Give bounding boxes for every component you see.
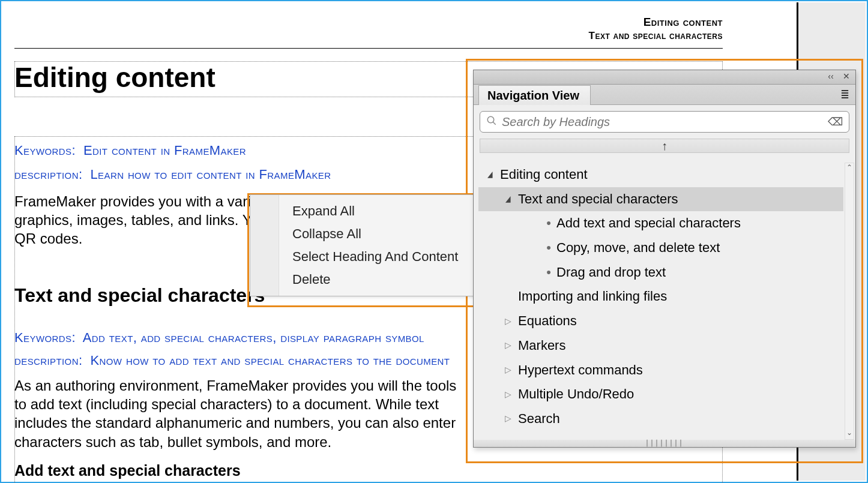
tree-label: Drag and drop text	[556, 260, 666, 285]
navigate-up-button[interactable]: ↑	[480, 139, 849, 153]
panel-collapse-icon[interactable]: ‹‹	[824, 71, 837, 82]
tree-label: Add text and special characters	[556, 211, 741, 236]
description-2-value: Know how to add text and special charact…	[90, 353, 450, 368]
tree-item-drag-drop[interactable]: Drag and drop text	[478, 260, 843, 285]
expand-arrow-icon[interactable]	[502, 362, 513, 378]
keywords-1[interactable]: Keywords: Edit content in FrameMaker	[14, 143, 246, 158]
tree-label: Text and special characters	[518, 187, 678, 212]
tree-item-undo-redo[interactable]: Multiple Undo/Redo	[478, 382, 843, 407]
search-icon	[486, 115, 497, 129]
tree-label: Equations	[518, 309, 577, 334]
tree-item-add-text[interactable]: Add text and special characters	[478, 211, 843, 236]
description-1-value: Learn how to edit content in FrameMaker	[90, 167, 331, 182]
header-line2: Text and special characters	[14, 30, 723, 42]
tab-navigation-view[interactable]: Navigation View	[478, 85, 591, 105]
navigation-tree: Editing content Text and special charact…	[478, 163, 843, 440]
keywords-2-value: Add text, add special characters, displa…	[83, 330, 424, 345]
tree-item-search[interactable]: Search	[478, 407, 843, 431]
expand-arrow-icon[interactable]	[502, 191, 513, 207]
scroll-down-icon[interactable]: ⌄	[845, 428, 854, 439]
svg-point-0	[487, 116, 494, 123]
menu-item-delete[interactable]: Delete	[279, 268, 504, 291]
search-field[interactable]: ⌫	[480, 111, 849, 133]
tree-label: Importing and linking files	[518, 284, 667, 309]
context-menu: Expand All Collapse All Select Heading A…	[250, 194, 504, 296]
expand-arrow-icon[interactable]	[484, 167, 495, 182]
header-rule	[14, 48, 723, 49]
tree-item-copy-move-delete[interactable]: Copy, move, and delete text	[478, 236, 843, 260]
panel-menu-icon[interactable]: ≣	[840, 88, 849, 101]
bullet-icon	[543, 260, 554, 285]
expand-arrow-icon[interactable]	[502, 338, 513, 353]
description-2[interactable]: description: Know how to add text and sp…	[14, 353, 450, 368]
panel-tab-row: Navigation View ≣	[474, 85, 855, 105]
tree-item-equations[interactable]: Equations	[478, 309, 843, 334]
keywords-1-label: Keywords:	[14, 143, 76, 158]
keywords-2-label: Keywords:	[14, 330, 76, 345]
tree-label: Hypertext commands	[518, 358, 643, 383]
header-line1: Editing content	[14, 16, 723, 29]
clear-search-icon[interactable]: ⌫	[828, 115, 843, 128]
heading-3[interactable]: Add text and special characters	[14, 462, 241, 479]
description-1-label: description:	[14, 167, 82, 182]
tree-label: Editing content	[500, 163, 588, 187]
description-2-label: description:	[14, 353, 82, 368]
menu-item-collapse-all[interactable]: Collapse All	[279, 223, 504, 245]
context-menu-icon-column	[250, 195, 279, 296]
expand-arrow-icon[interactable]	[502, 411, 513, 427]
menu-item-select-heading-and-content[interactable]: Select Heading And Content	[279, 245, 504, 268]
paragraph-2[interactable]: As an authoring environment, FrameMaker …	[14, 376, 471, 451]
svg-line-1	[493, 122, 496, 125]
bullet-icon	[543, 211, 554, 236]
tree-label: Multiple Undo/Redo	[518, 382, 634, 407]
navigation-view-panel: ‹‹ ✕ Navigation View ≣ ⌫ ↑ Editing conte…	[473, 70, 856, 448]
search-input[interactable]	[502, 115, 828, 129]
menu-item-expand-all[interactable]: Expand All	[279, 200, 504, 223]
bullet-icon	[543, 236, 554, 260]
tree-label: Copy, move, and delete text	[556, 236, 720, 260]
vertical-scrollbar[interactable]: ⌃ ⌄	[845, 163, 854, 440]
keywords-1-value: Edit content in FrameMaker	[83, 143, 246, 158]
running-header: Editing content Text and special charact…	[14, 16, 723, 42]
scroll-up-icon[interactable]: ⌃	[845, 163, 854, 174]
heading-2[interactable]: Text and special characters	[14, 284, 265, 307]
panel-close-icon[interactable]: ✕	[840, 71, 853, 82]
tree-label: Search	[518, 407, 560, 431]
tree-label: Markers	[518, 334, 565, 358]
heading-1[interactable]: Editing content	[14, 61, 215, 94]
tree-item-editing-content[interactable]: Editing content	[478, 163, 843, 187]
expand-arrow-icon[interactable]	[502, 314, 513, 329]
expand-arrow-icon[interactable]	[502, 387, 513, 403]
panel-resize-handle[interactable]: ┃┃┃┃┃┃┃┃	[474, 440, 855, 447]
tree-item-hypertext[interactable]: Hypertext commands	[478, 358, 843, 383]
keywords-2[interactable]: Keywords: Add text, add special characte…	[14, 330, 424, 346]
tree-item-markers[interactable]: Markers	[478, 334, 843, 358]
description-1[interactable]: description: Learn how to edit content i…	[14, 167, 331, 182]
tree-item-importing[interactable]: Importing and linking files	[478, 284, 843, 309]
tree-item-text-and-special-characters[interactable]: Text and special characters	[478, 187, 843, 212]
panel-titlebar[interactable]: ‹‹ ✕	[474, 70, 855, 85]
